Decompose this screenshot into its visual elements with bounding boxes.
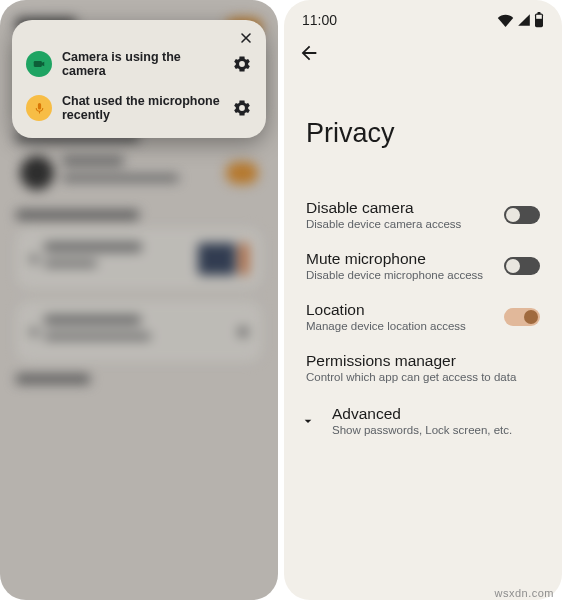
svg-rect-0 (34, 61, 42, 67)
status-bar: 11:00 (284, 0, 562, 32)
status-time: 11:00 (302, 12, 337, 28)
setting-mute-microphone[interactable]: Mute microphone Disable device microphon… (306, 240, 540, 291)
setting-title: Location (306, 301, 466, 319)
setting-permissions-manager[interactable]: Permissions manager Control which app ca… (306, 342, 540, 393)
toggle-disable-camera[interactable] (504, 206, 540, 224)
setting-title: Advanced (332, 405, 512, 423)
svg-rect-3 (536, 15, 542, 19)
toggle-mute-microphone[interactable] (504, 257, 540, 275)
setting-subtitle: Show passwords, Lock screen, etc. (332, 424, 512, 436)
setting-title: Mute microphone (306, 250, 483, 268)
phone-right: 11:00 Privacy Disable camera Disable dev… (284, 0, 562, 600)
microphone-usage-text: Chat used the microphone recently (62, 94, 222, 122)
gear-icon[interactable] (232, 98, 252, 118)
gear-icon[interactable] (232, 54, 252, 74)
camera-usage-row[interactable]: Camera is using the camera (26, 50, 252, 78)
setting-title: Permissions manager (306, 352, 516, 370)
microphone-usage-row[interactable]: Chat used the microphone recently (26, 94, 252, 122)
chevron-down-icon (300, 413, 316, 429)
setting-disable-camera[interactable]: Disable camera Disable device camera acc… (306, 189, 540, 240)
camera-app-icon (26, 51, 52, 77)
battery-icon (534, 12, 544, 28)
chat-app-icon (26, 95, 52, 121)
signal-icon (517, 13, 531, 27)
page-title: Privacy (284, 70, 562, 189)
setting-location[interactable]: Location Manage device location access (306, 291, 540, 342)
setting-subtitle: Disable device camera access (306, 218, 461, 230)
camera-usage-text: Camera is using the camera (62, 50, 222, 78)
privacy-indicator-panel: Camera is using the camera Chat used the… (12, 20, 266, 138)
setting-subtitle: Disable device microphone access (306, 269, 483, 281)
wifi-icon (497, 13, 514, 27)
setting-subtitle: Manage device location access (306, 320, 466, 332)
back-icon[interactable] (298, 42, 320, 64)
setting-subtitle: Control which app can get access to data (306, 371, 516, 383)
setting-title: Disable camera (306, 199, 461, 217)
watermark: wsxdn.com (494, 587, 554, 599)
toggle-location[interactable] (504, 308, 540, 326)
svg-rect-2 (537, 12, 540, 14)
close-icon[interactable] (238, 30, 254, 46)
setting-advanced[interactable]: Advanced Show passwords, Lock screen, et… (306, 393, 540, 448)
phone-left: Camera is using the camera Chat used the… (0, 0, 278, 600)
